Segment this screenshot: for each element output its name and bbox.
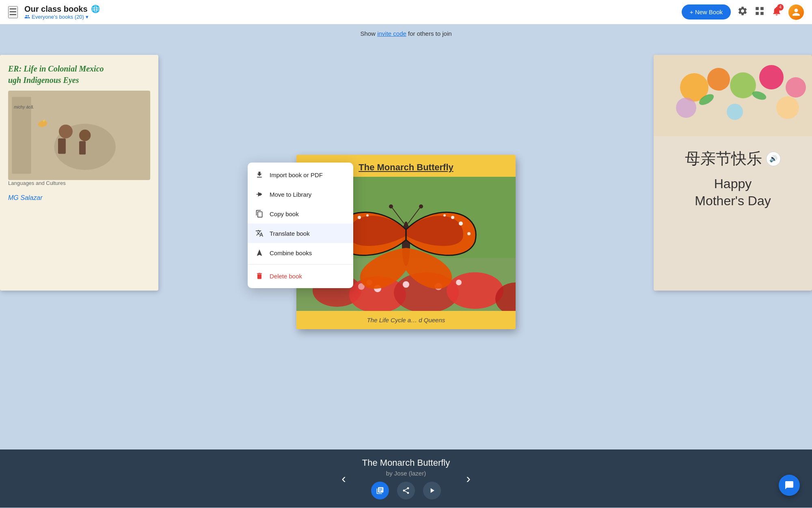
- nav-subtitle[interactable]: Everyone's books (20) ▾: [24, 14, 100, 20]
- invite-text-after: for others to join: [408, 30, 452, 37]
- context-menu-move-label: Move to Library: [270, 191, 311, 198]
- context-menu: Import book or PDF Move to Library Copy …: [248, 163, 353, 288]
- svg-point-31: [467, 232, 471, 235]
- carousel-info: The Monarch Butterfly by Jose (lazer): [362, 458, 450, 499]
- carousel: ER: Life in Colonial Mexicough Indigenou…: [0, 43, 812, 449]
- svg-point-42: [676, 98, 696, 118]
- context-menu-import-label: Import book or PDF: [270, 172, 323, 178]
- svg-point-5: [79, 130, 91, 141]
- carousel-book-title: The Monarch Butterfly: [362, 458, 450, 468]
- svg-point-26: [366, 214, 369, 217]
- carousel-next-button[interactable]: ›: [466, 471, 471, 486]
- chat-icon: [784, 480, 794, 490]
- trash-icon: [255, 271, 264, 280]
- grid-view-button[interactable]: [754, 6, 765, 19]
- play-icon: [428, 486, 436, 495]
- context-menu-move[interactable]: Move to Library: [248, 185, 353, 204]
- globe-icon: 🌐: [91, 4, 100, 13]
- svg-point-4: [59, 125, 73, 139]
- book-right-chinese: 母亲节快乐 🔊: [662, 148, 804, 169]
- svg-point-19: [403, 281, 409, 288]
- nav-title-block: Our class books 🌐 Everyone's books (20) …: [24, 4, 100, 20]
- carousel-actions: [362, 482, 450, 499]
- carousel-prev-button[interactable]: ‹: [341, 471, 346, 486]
- book-right-text: 母亲节快乐 🔊 HappyMother's Day: [654, 136, 812, 221]
- nav-right: + New Book 4: [682, 4, 804, 20]
- invite-code-link[interactable]: invite code: [377, 30, 406, 37]
- invite-text-before: Show: [360, 30, 377, 37]
- context-menu-import[interactable]: Import book or PDF: [248, 165, 353, 185]
- svg-point-28: [459, 221, 463, 226]
- svg-point-34: [389, 204, 393, 208]
- context-menu-translate-label: Translate book: [270, 230, 310, 237]
- main-content: ER: Life in Colonial Mexicough Indigenou…: [0, 43, 812, 508]
- sound-button[interactable]: 🔊: [766, 152, 781, 166]
- invite-bar: Show invite code for others to join: [0, 24, 812, 43]
- topnav: ☰ Our class books 🌐 Everyone's books (20…: [0, 0, 812, 24]
- context-menu-combine-label: Combine books: [270, 250, 312, 256]
- book-right-flowers-image: [654, 55, 812, 136]
- svg-point-35: [419, 204, 423, 208]
- svg-point-40: [759, 65, 784, 89]
- library-icon: [376, 486, 384, 495]
- users-icon: [24, 14, 30, 20]
- svg-rect-6: [58, 139, 66, 154]
- combine-icon: [255, 248, 264, 257]
- sound-icon: 🔊: [769, 155, 777, 163]
- svg-rect-36: [654, 55, 812, 136]
- share-icon: [402, 486, 410, 495]
- chat-button[interactable]: [779, 475, 800, 496]
- share-action-button[interactable]: [397, 482, 415, 499]
- translate-icon: [255, 229, 264, 238]
- book-left-subtitle: Languages and Cultures: [8, 180, 150, 186]
- svg-point-30: [443, 214, 446, 217]
- svg-point-21: [456, 280, 462, 285]
- new-book-button[interactable]: + New Book: [682, 4, 731, 20]
- context-menu-divider: [248, 264, 353, 265]
- book-left-author: MG Salazar: [8, 194, 150, 202]
- svg-text:michy ácã.: michy ácã.: [14, 105, 34, 109]
- hamburger-btn[interactable]: ☰: [8, 6, 18, 18]
- chinese-text: 母亲节快乐: [685, 148, 762, 169]
- book-center-caption: The Life Cycle a… d Queens: [296, 311, 516, 329]
- svg-point-14: [447, 272, 503, 309]
- avatar[interactable]: [788, 4, 804, 20]
- nav-title-text: Our class books: [24, 4, 88, 14]
- svg-point-43: [727, 104, 743, 120]
- chevron-down-icon: ▾: [86, 14, 89, 20]
- context-menu-translate[interactable]: Translate book: [248, 224, 353, 243]
- svg-rect-7: [79, 141, 86, 154]
- svg-point-41: [786, 77, 806, 98]
- context-menu-delete-label: Delete book: [270, 273, 302, 280]
- svg-point-39: [730, 72, 756, 98]
- notifications-button[interactable]: 4: [771, 6, 782, 19]
- svg-point-29: [451, 216, 454, 219]
- grid-icon: [754, 6, 765, 16]
- context-menu-copy-label: Copy book: [270, 211, 299, 217]
- book-right[interactable]: 母亲节快乐 🔊 HappyMother's Day: [654, 55, 812, 291]
- library-action-button[interactable]: [371, 482, 389, 499]
- arrow-right-icon: [255, 190, 264, 199]
- notification-badge: 4: [777, 4, 784, 11]
- svg-marker-48: [260, 193, 262, 196]
- book-left[interactable]: ER: Life in Colonial Mexicough Indigenou…: [0, 55, 158, 291]
- book-left-content: ER: Life in Colonial Mexicough Indigenou…: [0, 55, 158, 291]
- aztec-scene-image: michy ácã.: [8, 91, 150, 180]
- context-menu-delete[interactable]: Delete book: [248, 266, 353, 286]
- svg-point-38: [707, 68, 730, 91]
- carousel-bottom: ‹ The Monarch Butterfly by Jose (lazer) …: [0, 449, 812, 508]
- book-right-english: HappyMother's Day: [662, 176, 804, 209]
- carousel-author: by Jose (lazer): [362, 470, 450, 477]
- svg-point-44: [776, 96, 799, 119]
- book-left-title: ER: Life in Colonial Mexicough Indigenou…: [8, 63, 150, 86]
- nav-title: Our class books 🌐: [24, 4, 100, 14]
- context-menu-copy[interactable]: Copy book: [248, 204, 353, 224]
- nav-subtitle-text: Everyone's books (20): [32, 14, 84, 20]
- avatar-icon: [792, 8, 801, 17]
- play-action-button[interactable]: [423, 482, 441, 499]
- context-menu-combine[interactable]: Combine books: [248, 243, 353, 263]
- copy-icon: [255, 209, 264, 218]
- import-icon: [255, 170, 264, 179]
- svg-point-25: [358, 216, 361, 219]
- settings-button[interactable]: [737, 6, 748, 19]
